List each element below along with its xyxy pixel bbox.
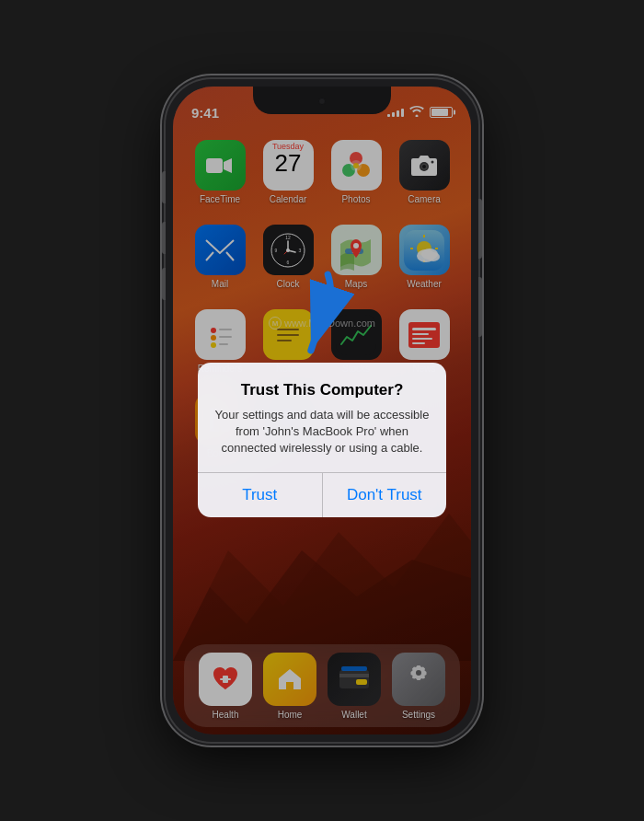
dont-trust-button[interactable]: Don't Trust bbox=[323, 473, 447, 517]
alert-content: Trust This Computer? Your settings and d… bbox=[198, 363, 446, 472]
arrow-annotation bbox=[260, 266, 362, 367]
alert-buttons: Trust Don't Trust bbox=[198, 472, 446, 517]
alert-message: Your settings and data will be accessibl… bbox=[214, 407, 430, 457]
alert-overlay: Trust This Computer? Your settings and d… bbox=[173, 87, 471, 734]
alert-title: Trust This Computer? bbox=[214, 381, 430, 399]
screen: 9:41 bbox=[173, 87, 471, 734]
trust-button[interactable]: Trust bbox=[198, 473, 323, 517]
trust-computer-dialog: Trust This Computer? Your settings and d… bbox=[198, 363, 446, 517]
phone-frame: 9:41 bbox=[166, 79, 478, 742]
